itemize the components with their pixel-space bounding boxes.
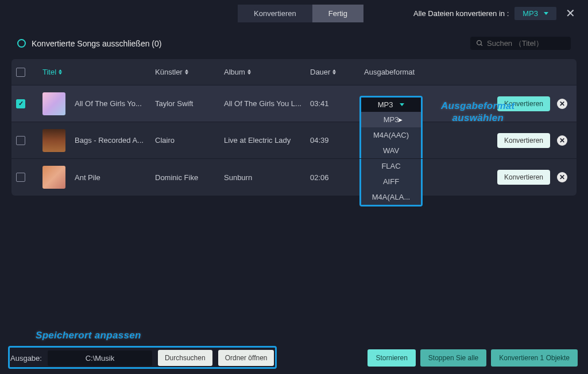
exclude-label: Konvertierte Songs ausschließen (0) [32,39,161,48]
all-files-label: Alle Dateien konvertieren in : [413,9,509,18]
sort-icon [59,69,62,75]
album-art [42,166,65,189]
output-label: Ausgabe: [10,354,42,363]
convert-n-button[interactable]: Konvertieren 1 Objekte [491,349,578,367]
col-title[interactable]: Titel [42,68,155,76]
annotation-location: Speicherort anpassen [36,329,141,341]
convert-button[interactable]: Konvertieren [497,96,550,111]
table-row: Ant Pile Dominic Fike Sunburn 02:06 Konv… [11,159,577,196]
convert-button[interactable]: Konvertieren [497,170,550,185]
remove-row-icon[interactable]: ✕ [557,99,567,109]
row-checkbox[interactable] [16,99,25,108]
cancel-button[interactable]: Stornieren [368,349,415,367]
top-tabs: Konvertieren Fertig [238,5,363,22]
search-icon [476,40,483,47]
col-artist[interactable]: Künstler [155,68,224,76]
open-folder-button[interactable]: Ordner öffnen [218,350,274,366]
exclude-toggle[interactable] [17,39,26,48]
cell-duration: 04:39 [310,136,364,145]
tab-convert[interactable]: Konvertieren [238,5,312,22]
cell-artist: Taylor Swift [155,99,224,108]
bottombar: Ausgabe: C:\Musik Durchsuchen Ordner öff… [10,348,578,368]
select-all-checkbox[interactable] [16,68,25,77]
search-input[interactable] [487,39,565,48]
topbar: Konvertieren Fertig Alle Dateien konvert… [0,0,588,26]
table-row: All Of The Girls Yo... Taylor Swift All … [11,85,577,122]
global-format-select[interactable]: MP3 [514,7,556,20]
cell-duration: 03:41 [310,99,364,108]
chevron-down-icon [400,103,404,106]
stop-all-button[interactable]: Stoppen Sie alle [420,349,486,367]
row-checkbox[interactable] [16,173,25,182]
topbar-right: Alle Dateien konvertieren in : MP3 ✕ [413,6,579,20]
cell-artist: Clairo [155,136,224,145]
convert-button[interactable]: Konvertieren [497,133,550,148]
row-checkbox[interactable] [16,136,25,145]
col-duration[interactable]: Dauer [310,68,364,76]
toolbar: Konvertierte Songs ausschließen (0) [0,26,588,56]
album-art [42,92,65,115]
cell-album: Sunburn [224,173,310,182]
remove-row-icon[interactable]: ✕ [557,172,567,182]
cell-title: All Of The Girls Yo... [75,99,155,108]
chevron-down-icon [544,12,548,15]
col-output: Ausgabeformat [364,68,450,76]
cell-duration: 02:06 [310,173,364,182]
search-wrap[interactable] [470,37,571,50]
output-path[interactable]: C:\Musik [48,350,152,366]
song-table: Titel Künstler Album Dauer Ausgabeformat… [11,59,577,196]
remove-row-icon[interactable]: ✕ [557,135,567,146]
cell-artist: Dominic Fike [155,173,224,182]
album-art [42,129,65,152]
browse-button[interactable]: Durchsuchen [158,350,212,366]
close-icon[interactable]: ✕ [562,6,579,20]
cell-title: Bags - Recorded A... [75,136,155,145]
col-album[interactable]: Album [224,68,310,76]
table-header: Titel Künstler Album Dauer Ausgabeformat [11,59,577,85]
cell-title: Ant Pile [75,173,155,182]
svg-line-1 [481,44,482,46]
global-format-value: MP3 [523,9,538,18]
tab-done[interactable]: Fertig [312,5,363,22]
cell-album: All Of The Girls You L... [224,99,310,108]
cell-album: Live at Electric Lady [224,136,310,145]
table-row: Bags - Recorded A... Clairo Live at Elec… [11,122,577,159]
svg-point-0 [477,41,482,45]
format-selected[interactable]: MP3 [361,98,421,112]
